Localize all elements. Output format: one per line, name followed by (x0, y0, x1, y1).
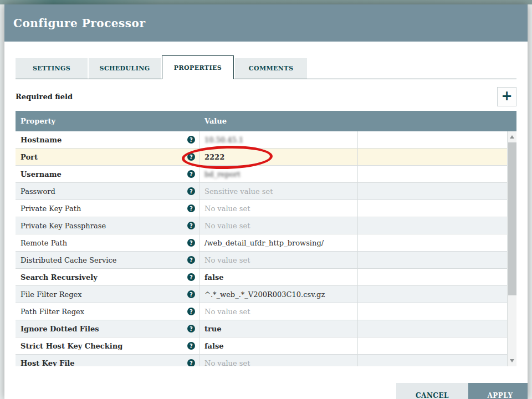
properties-toolbar: Required field + (16, 87, 516, 106)
plus-icon: + (501, 89, 512, 103)
property-value: No value set (204, 308, 250, 316)
value-cell[interactable]: No value set (200, 355, 358, 366)
empty-cell (358, 303, 507, 320)
property-row[interactable]: Ignore Dotted Files ? true (16, 320, 507, 337)
property-cell: Port ? (16, 149, 200, 165)
property-row[interactable]: Strict Host Key Checking ? false (16, 337, 507, 355)
property-name: Path Filter Regex (21, 308, 84, 316)
value-cell[interactable]: ^.*_web_.*_V200R003C10.csv.gz (200, 286, 358, 303)
property-row[interactable]: Password ? Sensitive value set (16, 183, 507, 200)
empty-cell (358, 200, 507, 217)
property-row[interactable]: File Filter Regex ? ^.*_web_.*_V200R003C… (16, 286, 507, 303)
property-name: Distributed Cache Service (21, 256, 116, 264)
property-name: Private Key Path (21, 204, 81, 213)
help-icon[interactable]: ? (187, 273, 195, 281)
property-value: 10.50.45.1 (204, 136, 243, 144)
value-cell[interactable]: 10.50.45.1 (200, 131, 358, 148)
help-icon[interactable]: ? (187, 204, 195, 212)
property-cell: Remote Path ? (16, 234, 200, 251)
background-top-strip (0, 0, 532, 4)
property-cell: Distributed Cache Service ? (16, 252, 200, 268)
value-cell[interactable]: 2222 (200, 149, 358, 165)
property-cell: Search Recursively ? (16, 269, 200, 285)
help-icon[interactable]: ? (187, 170, 195, 178)
table-header: Property Value (16, 111, 516, 131)
dialog-header: Configure Processor (4, 4, 528, 42)
value-cell[interactable]: false (200, 337, 358, 354)
property-name: Password (21, 187, 55, 196)
property-name: Strict Host Key Checking (21, 342, 122, 350)
help-icon[interactable]: ? (187, 325, 195, 332)
tab-properties[interactable]: PROPERTIES (162, 55, 234, 79)
scroll-up-icon[interactable] (510, 135, 514, 139)
scrollbar-thumb[interactable] (508, 142, 516, 295)
property-cell: Password ? (16, 183, 200, 200)
value-column-header: Value (200, 117, 227, 125)
dialog-body: SETTINGSSCHEDULINGPROPERTIESCOMMENTS Req… (4, 55, 528, 366)
property-name: Hostname (21, 136, 62, 144)
property-row[interactable]: Port ? 2222 (16, 149, 507, 166)
property-value: No value set (204, 222, 250, 230)
value-cell[interactable]: No value set (200, 303, 358, 320)
empty-cell (358, 183, 507, 200)
empty-cell (358, 252, 507, 268)
property-row[interactable]: Host Key File ? No value set (16, 355, 507, 366)
help-icon[interactable]: ? (187, 187, 195, 195)
property-cell: Host Key File ? (16, 355, 200, 366)
value-cell[interactable]: true (200, 320, 358, 337)
value-cell[interactable]: No value set (200, 252, 358, 268)
property-row[interactable]: Distributed Cache Service ? No value set (16, 252, 507, 269)
empty-cell (358, 355, 507, 366)
help-icon[interactable]: ? (187, 359, 195, 366)
help-icon[interactable]: ? (187, 222, 195, 229)
add-property-button[interactable]: + (497, 87, 516, 106)
value-cell[interactable]: bd_report (200, 166, 358, 182)
tab-settings[interactable]: SETTINGS (16, 58, 88, 79)
empty-cell (358, 149, 507, 165)
required-field-label: Required field (16, 93, 73, 101)
property-cell: File Filter Regex ? (16, 286, 200, 303)
property-value: true (204, 325, 222, 333)
value-cell[interactable]: No value set (200, 200, 358, 217)
help-icon[interactable]: ? (187, 136, 195, 144)
help-icon[interactable]: ? (187, 290, 195, 298)
property-value: /web_detail_ufdr_http_browsing/ (204, 239, 324, 247)
property-cell: Hostname ? (16, 131, 200, 148)
configure-processor-dialog: Configure Processor SETTINGSSCHEDULINGPR… (4, 4, 528, 399)
empty-cell (358, 217, 507, 234)
tab-scheduling[interactable]: SCHEDULING (89, 58, 161, 79)
value-cell[interactable]: /web_detail_ufdr_http_browsing/ (200, 234, 358, 251)
property-value: bd_report (204, 170, 241, 178)
help-icon[interactable]: ? (187, 308, 195, 315)
property-value: No value set (204, 256, 250, 264)
property-name: Host Key File (21, 359, 75, 367)
property-name: Remote Path (21, 239, 67, 247)
value-cell[interactable]: false (200, 269, 358, 285)
value-cell[interactable]: Sensitive value set (200, 183, 358, 200)
help-icon[interactable]: ? (187, 256, 195, 264)
property-value: false (204, 342, 224, 350)
property-row[interactable]: Username ? bd_report (16, 166, 507, 183)
empty-cell (358, 320, 507, 337)
scroll-down-icon[interactable] (510, 359, 514, 362)
property-row[interactable]: Hostname ? 10.50.45.1 (16, 131, 507, 149)
table-scrollbar[interactable] (507, 131, 516, 366)
help-icon[interactable]: ? (187, 239, 195, 247)
property-row[interactable]: Path Filter Regex ? No value set (16, 303, 507, 320)
apply-button[interactable]: APPLY (468, 383, 528, 399)
property-row[interactable]: Remote Path ? /web_detail_ufdr_http_brow… (16, 234, 507, 252)
empty-cell (358, 337, 507, 354)
property-value: No value set (204, 204, 250, 213)
cancel-button[interactable]: CANCEL (396, 383, 468, 399)
help-icon[interactable]: ? (187, 153, 195, 161)
property-row[interactable]: Private Key Passphrase ? No value set (16, 217, 507, 234)
property-row[interactable]: Private Key Path ? No value set (16, 200, 507, 217)
property-value: No value set (204, 359, 250, 367)
empty-cell (358, 286, 507, 303)
property-row[interactable]: Search Recursively ? false (16, 269, 507, 286)
property-name: Port (21, 153, 38, 161)
value-cell[interactable]: No value set (200, 217, 358, 234)
help-icon[interactable]: ? (187, 342, 195, 350)
tab-comments[interactable]: COMMENTS (235, 58, 307, 79)
property-name: Ignore Dotted Files (21, 325, 99, 333)
